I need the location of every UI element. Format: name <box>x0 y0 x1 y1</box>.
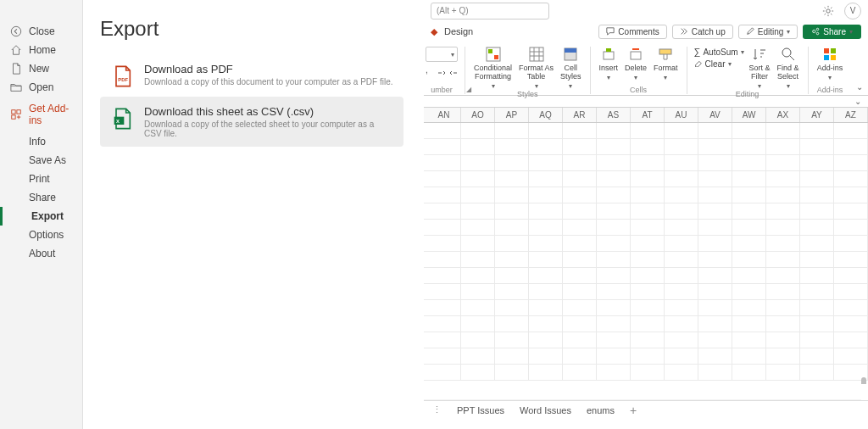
avatar-initial: V <box>850 6 856 15</box>
svg-point-8 <box>813 30 815 32</box>
column-header[interactable]: AO <box>461 108 495 122</box>
find-select-button[interactable]: Find & Select ▾ <box>776 47 801 90</box>
column-header[interactable]: AU <box>665 108 698 122</box>
format-icon <box>658 47 673 62</box>
insert-button[interactable]: Insert ▾ <box>598 47 620 81</box>
download-csv-option[interactable]: X Download this sheet as CSV (.csv) Down… <box>100 97 403 147</box>
format-button[interactable]: Format ▾ <box>652 47 680 81</box>
sheet-nav-icon[interactable]: ⋮ <box>432 404 442 415</box>
styles-group-label: Styles <box>517 90 538 98</box>
open-button[interactable]: Open <box>0 78 82 97</box>
cell-styles-button[interactable]: Cell Styles ▾ <box>559 47 583 90</box>
pencil-icon <box>746 27 754 36</box>
svg-rect-23 <box>631 52 641 59</box>
new-file-icon <box>10 63 22 75</box>
print-button[interactable]: Print <box>0 170 82 188</box>
sort-icon <box>752 47 767 62</box>
options-button[interactable]: Options <box>0 226 82 244</box>
conditional-formatting-button[interactable]: Conditional Formatting ▾ <box>472 47 514 90</box>
sheet-tab[interactable]: Word Issues <box>520 405 571 415</box>
svg-rect-28 <box>824 48 829 53</box>
column-headers: AN AO AP AQ AR AS AT AU AV AW AX AY AZ <box>424 108 868 123</box>
csv-icon: X <box>110 107 134 131</box>
addins-group-label: Add-ins <box>817 86 843 94</box>
column-header[interactable]: AZ <box>834 108 868 122</box>
eraser-icon <box>694 58 703 69</box>
svg-rect-13 <box>494 55 498 59</box>
column-header[interactable]: AW <box>732 108 766 122</box>
addins-button[interactable]: Add-ins ▾ <box>815 47 845 81</box>
column-header[interactable]: AY <box>800 108 834 122</box>
catchup-button[interactable]: Catch up <box>672 25 733 39</box>
about-button[interactable]: About <box>0 244 82 263</box>
info-button[interactable]: Info <box>0 132 82 151</box>
insert-icon <box>601 47 616 62</box>
number-format-dropdown[interactable]: ▾ <box>426 47 458 62</box>
svg-rect-3 <box>12 115 15 119</box>
column-header[interactable]: AP <box>495 108 529 122</box>
close-label: Close <box>29 25 55 37</box>
autosum-button[interactable]: ∑ AutoSum ▾ <box>694 47 744 57</box>
column-header[interactable]: AQ <box>529 108 563 122</box>
addins-group: Add-ins ▾ Add-ins <box>809 47 852 94</box>
grid[interactable] <box>424 123 868 384</box>
csv-desc: Download a copy of the selected sheet to… <box>144 120 393 138</box>
svg-rect-12 <box>488 49 492 53</box>
home-button[interactable]: Home <box>0 41 82 59</box>
share-nav-button[interactable]: Share <box>0 188 82 207</box>
column-header[interactable]: AN <box>427 108 461 122</box>
csv-title: Download this sheet as CSV (.csv) <box>144 105 393 118</box>
cells-group: Insert ▾ Delete ▾ Format ▾ Cells <box>591 47 687 94</box>
comma-style-icon[interactable]: , <box>426 65 434 74</box>
svg-rect-20 <box>565 48 576 53</box>
download-pdf-option[interactable]: PDF Download as PDF Download a copy of t… <box>100 54 403 97</box>
spreadsheet-underlay: (Alt + Q) V ◆ Design Comments Catch up <box>424 0 868 429</box>
new-button[interactable]: New <box>0 59 82 78</box>
add-sheet-button[interactable]: + <box>630 404 637 417</box>
svg-rect-21 <box>604 52 614 59</box>
clear-button[interactable]: Clear ▾ <box>694 58 744 69</box>
sheet-tab[interactable]: enums <box>587 405 615 415</box>
settings-icon[interactable] <box>822 5 834 17</box>
cond-format-icon <box>486 47 501 62</box>
ribbon-collapse-icon[interactable]: ⌄ <box>856 82 863 92</box>
pdf-title: Download as PDF <box>144 63 392 75</box>
number-group-label: umber <box>431 86 453 94</box>
design-tab[interactable]: Design <box>444 26 473 36</box>
title-bar: (Alt + Q) V <box>424 0 868 21</box>
increase-decimal-icon[interactable] <box>437 65 446 74</box>
back-arrow-icon <box>10 25 22 37</box>
svg-rect-2 <box>17 110 20 114</box>
column-header[interactable]: AR <box>563 108 597 122</box>
svg-text:X: X <box>116 119 120 124</box>
column-header[interactable]: AX <box>766 108 800 122</box>
new-label: New <box>29 63 49 75</box>
export-panel: Export PDF Download as PDF Download a co… <box>83 0 424 429</box>
sheet-tab[interactable]: PPT Issues <box>457 405 504 415</box>
delete-button[interactable]: Delete ▾ <box>623 47 648 81</box>
table-icon <box>529 47 544 62</box>
share-button[interactable]: Share ▾ <box>803 25 861 39</box>
column-header[interactable]: AS <box>597 108 631 122</box>
user-avatar[interactable]: V <box>844 3 861 20</box>
dialog-launcher-icon[interactable]: ◢ <box>466 86 471 93</box>
decrease-decimal-icon[interactable] <box>449 65 458 74</box>
editing-mode-button[interactable]: Editing ▾ <box>738 25 798 39</box>
column-header[interactable]: AV <box>698 108 732 122</box>
export-nav-button[interactable]: Export <box>0 207 82 226</box>
get-addins-button[interactable]: Get Add-ins <box>0 105 82 124</box>
search-input[interactable]: (Alt + Q) <box>431 3 549 20</box>
svg-rect-29 <box>831 48 836 53</box>
vertical-scrollbar-thumb[interactable] <box>861 377 866 384</box>
sort-filter-button[interactable]: Sort & Filter ▾ <box>748 47 772 90</box>
column-header[interactable]: AT <box>631 108 665 122</box>
svg-rect-14 <box>530 47 543 61</box>
close-button[interactable]: Close <box>0 22 82 41</box>
number-group: ▾ , umber ◢ <box>424 47 465 94</box>
format-as-table-button[interactable]: Format As Table ▾ <box>517 47 555 90</box>
comments-button[interactable]: Comments <box>598 25 666 39</box>
formula-bar-chevron-icon[interactable]: ⌄ <box>854 97 861 106</box>
editing-group: ∑ AutoSum ▾ Clear ▾ Sort & Filter ▾ <box>687 47 809 94</box>
saveas-button[interactable]: Save As <box>0 151 82 170</box>
editing-group-label: Editing <box>736 90 760 98</box>
